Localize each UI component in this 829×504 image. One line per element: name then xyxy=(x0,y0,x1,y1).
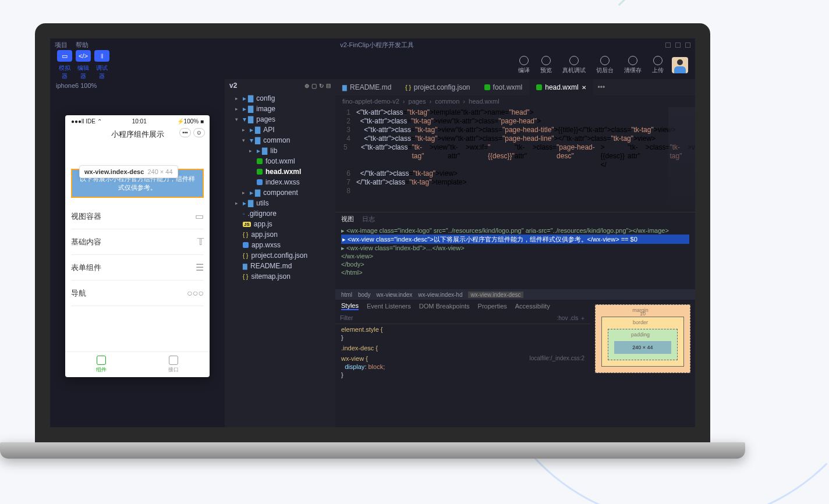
breadcrumb-segment[interactable]: pages xyxy=(409,98,426,105)
tree-node-README.md[interactable]: ▇ README.md xyxy=(225,261,335,271)
project-root[interactable]: v2 xyxy=(229,81,237,90)
tree-node-.gitignore[interactable]: ▫ .gitignore xyxy=(225,208,335,219)
status-battery: ⚡100% ■ xyxy=(177,118,204,125)
mode-pill-编辑器[interactable]: </> xyxy=(76,50,91,62)
capsule-menu-icon[interactable]: ••• xyxy=(179,128,191,137)
toolbar-action-清缓存[interactable]: 清缓存 xyxy=(624,56,642,74)
css-rule[interactable]: .index-desc {</span><br>&nbsp;&nbsp;<spa… xyxy=(335,343,590,353)
styles-tab-DOM Breakpoints[interactable]: DOM Breakpoints xyxy=(419,303,470,310)
box-model: margin 10 border padding 240 × 44 xyxy=(590,300,695,427)
breadcrumb: fino-applet-demo-v2›pages›common›head.wx… xyxy=(335,95,695,107)
devtools-tab-视图[interactable]: 视图 xyxy=(341,215,354,223)
mode-pill-模拟器[interactable]: ▭ xyxy=(57,50,72,62)
simulator-device-label: iphone6 100% xyxy=(50,79,225,92)
toolbar: ▭</>⫴ 模拟器编辑器调试器 编译预览真机调试切后台清缓存上传 xyxy=(50,51,695,79)
menu-help[interactable]: 帮助 xyxy=(76,41,88,49)
tree-node-index.wxss[interactable]: index.wxss xyxy=(225,177,335,187)
list-item[interactable]: 视图容器▭ xyxy=(71,204,204,229)
inspect-tooltip: wx-view.index-desc 240 × 44 xyxy=(79,165,178,178)
devtools-tab-日志[interactable]: 日志 xyxy=(362,215,375,223)
dom-inspector[interactable]: ▸ <wx-image class="index-logo" src="../r… xyxy=(335,225,695,289)
status-time: 10:01 xyxy=(132,118,147,125)
tab-overflow-icon[interactable]: ••• xyxy=(593,83,610,91)
tree-node-component[interactable]: ▸▸ ▇ component xyxy=(225,187,335,198)
tree-node-sitemap.json[interactable]: { } sitemap.json xyxy=(225,271,335,282)
window-maximize[interactable] xyxy=(675,42,681,48)
tree-action-icon[interactable]: ↻ xyxy=(319,83,324,89)
tree-node-pages[interactable]: ▾▾ ▇ pages xyxy=(225,114,335,125)
breadcrumb-segment[interactable]: common xyxy=(435,98,459,105)
simulator-panel: iphone6 100% ●●●ll IDE ⌃ 10:01 ⚡100% ■ 小… xyxy=(50,79,225,427)
tree-node-common[interactable]: ▾▾ ▇ common xyxy=(225,135,335,145)
tree-action-icon[interactable]: ▢ xyxy=(311,83,317,89)
tree-node-API[interactable]: ▸▸ ▇ API xyxy=(225,125,335,135)
window-minimize[interactable] xyxy=(665,42,671,48)
phone-preview: ●●●ll IDE ⌃ 10:01 ⚡100% ■ 小程序组件展示 ••• ⊙ … xyxy=(65,115,210,377)
styles-filter[interactable]: Filter xyxy=(340,315,353,321)
code-editor[interactable]: 1<"tk-attr">class="tk-tag">template "tk-… xyxy=(335,107,695,212)
editor-tab-project.config.json[interactable]: { }project.config.json xyxy=(398,79,477,95)
dom-crumb[interactable]: wx-view.index xyxy=(377,292,413,298)
breadcrumb-segment[interactable]: fino-applet-demo-v2 xyxy=(342,98,399,105)
styles-tab-Styles[interactable]: Styles xyxy=(341,302,359,310)
tree-action-icon[interactable]: ⊟ xyxy=(326,83,331,89)
editor-tab-head.wxml[interactable]: head.wxml✕ xyxy=(529,79,593,95)
styles-tab-Properties[interactable]: Properties xyxy=(478,303,507,310)
user-avatar[interactable] xyxy=(672,57,688,73)
minimap[interactable] xyxy=(668,107,695,212)
toolbar-action-编译[interactable]: 编译 xyxy=(518,56,530,74)
close-icon[interactable]: ✕ xyxy=(582,84,586,91)
tabbar-item-组件[interactable]: 组件 xyxy=(65,352,137,377)
toolbar-action-预览[interactable]: 预览 xyxy=(540,56,552,74)
dom-crumb[interactable]: wx-view.index-desc xyxy=(468,292,523,298)
tree-node-config[interactable]: ▸▸ ▇ config xyxy=(225,93,335,104)
dom-crumb[interactable]: body xyxy=(358,292,371,298)
menu-project[interactable]: 项目 xyxy=(55,41,68,49)
tree-node-lib[interactable]: ▸▸ ▇ lib xyxy=(225,145,335,156)
tree-node-image[interactable]: ▸▸ ▇ image xyxy=(225,104,335,114)
tree-action-icon[interactable]: ⊕ xyxy=(304,83,309,89)
page-title: 小程序组件展示 xyxy=(111,130,164,139)
list-item[interactable]: 基础内容𝕋 xyxy=(71,229,204,255)
capsule-close-icon[interactable]: ⊙ xyxy=(193,128,205,137)
breadcrumb-segment[interactable]: head.wxml xyxy=(469,98,499,105)
editor-tab-bar: ▇README.md{ }project.config.jsonfoot.wxm… xyxy=(335,79,695,95)
tree-node-foot.wxml[interactable]: foot.wxml xyxy=(225,156,335,166)
dom-breadcrumb[interactable]: htmlbodywx-view.indexwx-view.index-hdwx-… xyxy=(335,289,695,300)
css-rule[interactable]: wx-view {localfile:/_index.css:2 display… xyxy=(335,353,590,380)
editor-tab-foot.wxml[interactable]: foot.wxml xyxy=(477,79,530,95)
tree-node-app.js[interactable]: JS app.js xyxy=(225,219,335,229)
file-explorer: v2 ⊕▢↻⊟ ▸▸ ▇ config▸▸ ▇ image▾▾ ▇ pages▸… xyxy=(225,79,335,427)
dom-crumb[interactable]: html xyxy=(341,292,352,298)
styles-tab-Event Listeners[interactable]: Event Listeners xyxy=(367,303,411,310)
tree-node-project.config.json[interactable]: { } project.config.json xyxy=(225,250,335,261)
devtools-panel: 视图日志 ▸ <wx-image class="index-logo" src=… xyxy=(335,212,695,427)
editor-tab-README.md[interactable]: ▇README.md xyxy=(335,79,398,95)
tabbar-item-接口[interactable]: 接口 xyxy=(137,352,210,377)
status-signal: ●●●ll IDE ⌃ xyxy=(71,118,102,125)
laptop-frame: 项目 帮助 v2-FinClip小程序开发工具 ▭</>⫴ 模拟器编辑器调试器 … xyxy=(35,23,710,459)
list-item[interactable]: 导航○○○ xyxy=(71,281,204,306)
tree-node-app.json[interactable]: { } app.json xyxy=(225,229,335,240)
tree-node-head.wxml[interactable]: head.wxml xyxy=(225,166,335,177)
menubar: 项目 帮助 v2-FinClip小程序开发工具 xyxy=(50,38,695,51)
styles-tab-Accessibility[interactable]: Accessibility xyxy=(515,303,550,310)
toolbar-action-真机调试[interactable]: 真机调试 xyxy=(562,56,586,74)
mode-pill-调试器[interactable]: ⫴ xyxy=(94,50,109,62)
tree-node-app.wxss[interactable]: app.wxss xyxy=(225,240,335,250)
window-title: v2-FinClip小程序开发工具 xyxy=(340,41,414,49)
css-rule[interactable]: element.style {} xyxy=(335,324,590,343)
toolbar-action-切后台[interactable]: 切后台 xyxy=(596,56,614,74)
dom-crumb[interactable]: wx-view.index-hd xyxy=(418,292,462,298)
tree-node-utils[interactable]: ▸▸ ▇ utils xyxy=(225,198,335,208)
list-item[interactable]: 表单组件☰ xyxy=(71,255,204,281)
toolbar-action-上传[interactable]: 上传 xyxy=(652,56,664,74)
styles-toggles[interactable]: :hov .cls ＋ xyxy=(557,314,586,322)
window-close[interactable] xyxy=(685,42,690,48)
